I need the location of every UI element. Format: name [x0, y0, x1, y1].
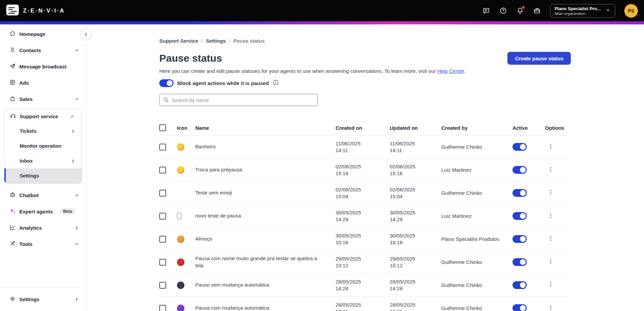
- search-input[interactable]: [159, 94, 318, 106]
- toggle-knob: [520, 259, 526, 265]
- sidebar-item-support-service[interactable]: Support service: [4, 109, 82, 124]
- breadcrumb-support-service[interactable]: Support Service: [159, 38, 198, 44]
- row-checkbox[interactable]: [159, 144, 166, 150]
- help-icon[interactable]: [499, 7, 507, 15]
- headset-icon: [9, 112, 16, 120]
- row-name: Pausa com mudança automática: [195, 305, 336, 311]
- row-active-toggle[interactable]: [512, 235, 527, 243]
- row-options-button[interactable]: [545, 211, 557, 221]
- block-agent-actions-toggle[interactable]: [159, 79, 174, 87]
- sidebar-item-contacts[interactable]: Contacts: [0, 42, 86, 58]
- zenvia-logo[interactable]: Z·E·N·V·I·A: [6, 4, 65, 17]
- table-body: Banheiro 11/06/2025 14:11 11/06/2025 14:…: [159, 135, 571, 311]
- pause-status-icon: [177, 235, 184, 243]
- info-icon[interactable]: [273, 79, 279, 87]
- row-created-on: 30/05/2025 10:16: [336, 232, 390, 246]
- sidebar-item-settings[interactable]: Settings: [0, 287, 86, 311]
- row-active-toggle[interactable]: [512, 258, 527, 266]
- row-checkbox[interactable]: [159, 236, 166, 243]
- chevron-right-icon: [74, 225, 79, 230]
- row-active-toggle[interactable]: [512, 212, 527, 220]
- sidebar-item-tickets[interactable]: Tickets: [4, 124, 82, 139]
- organization-selector[interactable]: Plano Specialist Pro... Main organizatio…: [550, 4, 615, 18]
- row-created-on: 11/06/2025 14:11: [336, 140, 390, 154]
- row-updated-time: 14:11: [390, 147, 402, 154]
- sidebar-item-analytics[interactable]: Analytics: [0, 220, 86, 236]
- sidebar-item-ads[interactable]: Ads: [0, 75, 86, 91]
- create-pause-status-button[interactable]: Create pause status: [507, 52, 571, 65]
- row-created-by: Guilherme Chinko: [441, 305, 512, 311]
- row-created-by: Plano Specialist Produtos: [441, 236, 512, 243]
- row-options-button[interactable]: [545, 257, 557, 267]
- breadcrumb-separator: /: [201, 38, 203, 44]
- row-updated-on: 29/05/2025 10:12: [390, 255, 441, 269]
- breadcrumb-settings[interactable]: Settings: [206, 38, 226, 44]
- row-updated-on: 28/05/2025 14:28: [390, 278, 441, 292]
- sidebar-item-label: Message broadcast: [19, 64, 66, 69]
- chevron-down-icon: [74, 97, 79, 102]
- sidebar: Homepage Contacts Message broadcast: [0, 24, 86, 311]
- row-options-button[interactable]: [545, 142, 557, 152]
- row-created-date: 28/05/2025: [336, 278, 361, 285]
- row-checkbox[interactable]: [159, 259, 166, 266]
- table-row: Pausa com mudança automática 28/05/2025 …: [159, 296, 571, 311]
- row-updated-on: 30/05/2025 10:18: [390, 232, 441, 246]
- page-description: Here you can create and edit pause statu…: [159, 68, 571, 74]
- breadcrumb-current: Pause status: [234, 38, 265, 44]
- chevron-right-icon: [74, 297, 79, 302]
- selected-indicator: [4, 168, 6, 183]
- row-created-by: Guilherme Chinko: [441, 259, 512, 266]
- sidebar-item-message-broadcast[interactable]: Message broadcast: [0, 58, 86, 75]
- row-checkbox[interactable]: [159, 167, 166, 173]
- select-all-checkbox[interactable]: [159, 124, 166, 131]
- shopping-bag-icon: [9, 95, 16, 103]
- sidebar-item-tools[interactable]: Tools: [0, 236, 86, 252]
- row-name: Pausa com nome muito grande pra testar s…: [195, 255, 336, 269]
- row-checkbox[interactable]: [159, 305, 166, 311]
- sidebar-collapse-button[interactable]: [81, 29, 92, 40]
- avatar[interactable]: PS: [624, 4, 638, 18]
- sidebar-item-label: Analytics: [19, 225, 42, 231]
- sidebar-item-expert-agents[interactable]: Expert agents Beta: [0, 203, 86, 220]
- row-checkbox[interactable]: [159, 282, 166, 289]
- row-options-button[interactable]: [545, 234, 557, 244]
- row-active-toggle[interactable]: [512, 281, 527, 289]
- search-icon: [163, 97, 169, 103]
- toggle-knob: [520, 213, 526, 219]
- row-updated-time: 13:31: [390, 308, 403, 311]
- sidebar-item-homepage[interactable]: Homepage: [0, 26, 86, 42]
- sidebar-item-chatbot[interactable]: Chatbot: [0, 187, 86, 203]
- row-options-button[interactable]: [545, 280, 557, 290]
- sidebar-item-sales[interactable]: Sales: [0, 91, 86, 107]
- row-created-by: Luiz Martinez: [441, 167, 512, 173]
- row-checkbox[interactable]: [159, 190, 166, 196]
- row-options-button[interactable]: [545, 188, 557, 198]
- sidebar-item-inbox[interactable]: Inbox: [4, 153, 82, 168]
- row-updated-date: 11/06/2025: [390, 140, 415, 147]
- document-icon: [9, 79, 16, 87]
- row-active-toggle[interactable]: [512, 166, 527, 174]
- chevron-down-icon: [74, 193, 79, 198]
- row-active-toggle[interactable]: [512, 143, 527, 151]
- conversations-icon[interactable]: [482, 7, 490, 15]
- help-center-link[interactable]: Help Center: [437, 68, 464, 74]
- sidebar-item-monitor-operation[interactable]: Monitor operation: [4, 139, 82, 153]
- header-icon: Icon: [177, 125, 195, 131]
- briefcase-icon[interactable]: [533, 7, 541, 15]
- sidebar-item-settings-sub[interactable]: Settings: [4, 168, 82, 183]
- row-active-toggle[interactable]: [512, 189, 527, 197]
- row-options-button[interactable]: [545, 165, 557, 175]
- sidebar-item-label: Chatbot: [19, 192, 39, 198]
- row-active-toggle[interactable]: [512, 304, 527, 311]
- row-checkbox[interactable]: [159, 213, 166, 220]
- pause-status-icon: [177, 189, 184, 197]
- row-options-button[interactable]: [545, 303, 557, 311]
- notifications-bell-icon[interactable]: [516, 7, 524, 15]
- header-options: Options: [545, 125, 571, 131]
- row-updated-on: 28/05/2025 13:31: [390, 302, 441, 311]
- row-updated-on: 02/06/2025 15:16: [390, 163, 441, 177]
- row-created-on: 02/06/2025 15:16: [336, 163, 390, 177]
- sidebar-item-label: Settings: [19, 296, 39, 302]
- row-updated-date: 30/05/2025: [390, 232, 415, 239]
- row-created-time: 10:12: [336, 262, 348, 269]
